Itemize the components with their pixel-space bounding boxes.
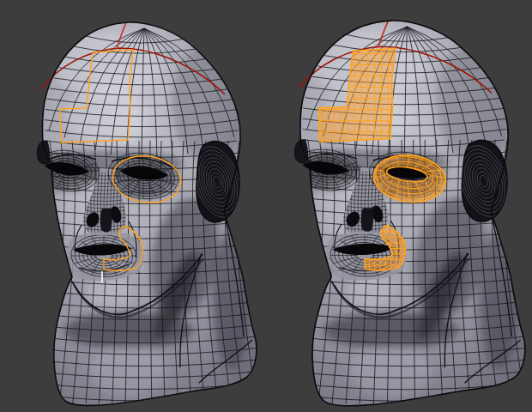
viewport-3d[interactable] (0, 0, 532, 412)
viewport-canvas (0, 0, 532, 412)
